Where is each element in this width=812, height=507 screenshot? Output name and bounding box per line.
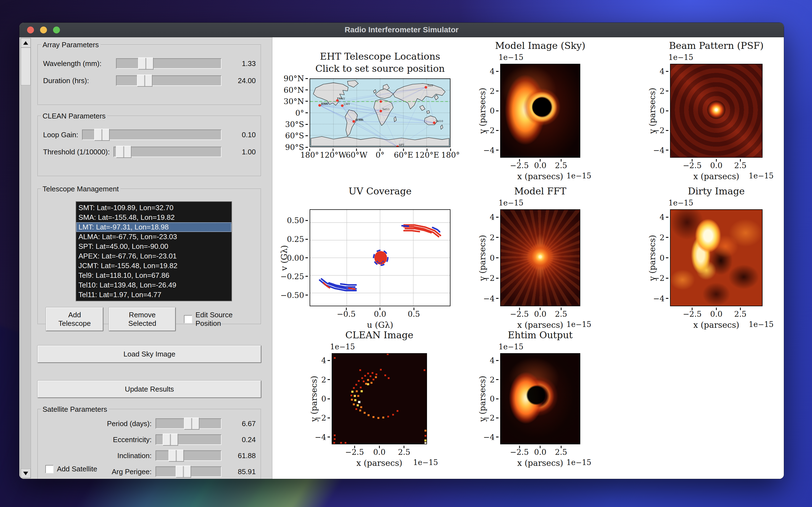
world-map[interactable]: SMTSMALMTALMASPTAPEXJCMTTel9Tel10Tel11 (310, 78, 450, 147)
period-slider-handle[interactable] (184, 417, 200, 430)
telescope-list-item[interactable]: Tel9: Lat=118.10, Lon=67.86 (76, 271, 231, 280)
svg-text:JCMT: JCMT (321, 102, 329, 105)
period-label: Period (days): (66, 419, 152, 428)
telescope-list-item[interactable]: APEX: Lat=-67.76, Lon=-23.01 (76, 251, 231, 261)
y-axis-label: y (parsecs) (309, 376, 319, 422)
tick-label: −2.5 (510, 161, 529, 170)
telescope-list-item[interactable]: JCMT: Lat=-155.48, Lon=19.82 (76, 261, 231, 271)
threshold-slider-handle[interactable] (116, 146, 131, 158)
add-telescope-button[interactable]: Add Telescope (46, 307, 103, 331)
telescope-list-item[interactable]: LMT: Lat=-97.31, Lon=18.98 (76, 222, 231, 232)
duration-slider-handle[interactable] (137, 74, 153, 87)
period-value: 6.67 (225, 419, 256, 428)
arg-perigee-slider-handle[interactable] (176, 465, 191, 478)
map-y-axis: 90°N60°N30°N0°30°S60°S90°S (283, 78, 310, 147)
zoom-button[interactable] (53, 26, 60, 34)
title-bar[interactable]: Radio Interferometer Simulator (19, 23, 784, 37)
telescope-listbox[interactable]: SMT: Lat=-109.89, Lon=32.70SMA: Lat=-155… (76, 201, 232, 301)
y-axis-label: y (parsecs) (648, 88, 657, 134)
eccentricity-value: 0.24 (225, 436, 256, 444)
tick-label: 0.0 (534, 309, 547, 319)
window-title: Radio Interferometer Simulator (19, 25, 784, 34)
tick-label: 2 (659, 87, 664, 96)
telescope-list-item[interactable]: SMA: Lat=-155.48, Lon=19.82 (76, 213, 231, 222)
tick-label: 0 (490, 253, 495, 262)
app-window: Radio Interferometer Simulator Array Par… (19, 23, 784, 479)
loop-gain-label: Loop Gain: (43, 131, 78, 139)
eccentricity-slider-handle[interactable] (163, 434, 178, 446)
tick-label: 2.5 (555, 309, 567, 319)
tick-label: 0° (376, 151, 384, 160)
tick-label: 30°N (284, 97, 304, 106)
load-sky-image-button[interactable]: Load Sky Image (38, 345, 261, 363)
scroll-down-icon (23, 472, 28, 475)
x-axis: −2.50.02.5 (332, 444, 427, 458)
group-title: Satellite Parameters (41, 405, 109, 414)
inclination-slider[interactable] (156, 450, 221, 461)
model-image-plot: Model Image (Sky) 1e−15 420−2−4 y (parse… (500, 64, 580, 158)
add-satellite-checkbox[interactable] (45, 465, 54, 473)
tick-label: 0 (490, 106, 495, 115)
tick-label: −4 (483, 294, 495, 303)
telescope-list-item[interactable]: SPT: Lat=45.00, Lon=-90.00 (76, 242, 231, 251)
loop-gain-value: 0.10 (225, 131, 256, 139)
telescope-list-item[interactable]: SMT: Lat=-109.89, Lon=32.70 (76, 203, 231, 213)
inclination-slider-handle[interactable] (168, 450, 184, 462)
duration-slider[interactable] (116, 75, 221, 86)
inclination-value: 61.88 (225, 451, 256, 460)
close-button[interactable] (27, 26, 34, 34)
telescope-management-group: Telescope Management SMT: Lat=-109.89, L… (38, 188, 261, 325)
tick-label: −2.5 (345, 448, 364, 457)
dirty-image-plot: Dirty Image 1e−15 420−2−4 y (parsecs) −2… (670, 209, 763, 306)
panel-scrollbar[interactable] (20, 38, 31, 478)
ehtim-output-plot: Ehtim Output 1e−15 420−2−4 y (parsecs) −… (500, 353, 580, 444)
tick-label: −4 (483, 433, 495, 442)
tick-label: 0.0 (373, 448, 386, 457)
tick-label: 4 (490, 356, 495, 365)
tick-label: −2.5 (683, 309, 702, 319)
eccentricity-slider[interactable] (156, 434, 221, 445)
minimize-button[interactable] (40, 26, 47, 34)
loop-gain-slider[interactable] (82, 129, 221, 140)
tick-label: 2.5 (555, 161, 567, 170)
axis-offset-label: 1e−15 (330, 342, 355, 351)
wavelength-slider-handle[interactable] (138, 57, 154, 70)
y-axis-label: y (parsecs) (478, 376, 487, 422)
y-axis-label: y (parsecs) (478, 88, 487, 134)
scroll-down-button[interactable] (21, 469, 31, 478)
wavelength-slider[interactable] (116, 58, 221, 69)
update-results-button[interactable]: Update Results (38, 381, 261, 398)
tick-label: 2 (659, 233, 664, 242)
clean-image-canvas (332, 353, 427, 444)
model-image-canvas (500, 64, 580, 158)
threshold-slider[interactable] (113, 147, 221, 157)
plot-title: Model FFT (462, 185, 619, 196)
scrollbar-thumb[interactable] (21, 48, 31, 85)
axis-offset-label: 1e−15 (498, 342, 523, 351)
telescope-list-item[interactable]: Tel10: Lat=139.48, Lon=-26.49 (76, 280, 231, 290)
arg-perigee-slider[interactable] (156, 466, 221, 477)
svg-text:Tel11: Tel11 (382, 108, 390, 111)
plot-title: Dirty Image (631, 185, 784, 196)
loop-gain-slider-handle[interactable] (94, 129, 110, 141)
y-axis-label: y (parsecs) (648, 235, 657, 281)
x-axis: −2.50.02.5 (670, 306, 763, 320)
telescope-map-plot[interactable]: EHT Telescope Locations Click to set sou… (310, 78, 450, 147)
tick-label: −4 (653, 146, 664, 155)
telescope-list-item[interactable]: ALMA: Lat=-67.75, Lon=-23.03 (76, 232, 231, 242)
y-axis-label: y (parsecs) (478, 235, 487, 281)
tick-label: 2.5 (734, 309, 747, 319)
plot-title: CLEAN Image (293, 329, 466, 340)
axis-offset-label: 1e−15 (668, 53, 693, 62)
tick-label: 0.00 (287, 253, 304, 262)
remove-selected-button[interactable]: Remove Selected (109, 307, 175, 331)
tick-label: 60°W (346, 151, 367, 160)
scroll-up-button[interactable] (21, 38, 31, 48)
tick-label: −2.5 (510, 448, 529, 457)
edit-source-checkbox[interactable] (184, 315, 192, 323)
tick-label: 2.5 (555, 448, 567, 457)
telescope-list-item[interactable]: Tel11: Lat=1.97, Lon=4.77 (76, 290, 231, 300)
period-slider[interactable] (156, 418, 221, 429)
axis-offset-label: 1e−15 (498, 53, 523, 62)
tick-label: −2.5 (683, 161, 702, 170)
